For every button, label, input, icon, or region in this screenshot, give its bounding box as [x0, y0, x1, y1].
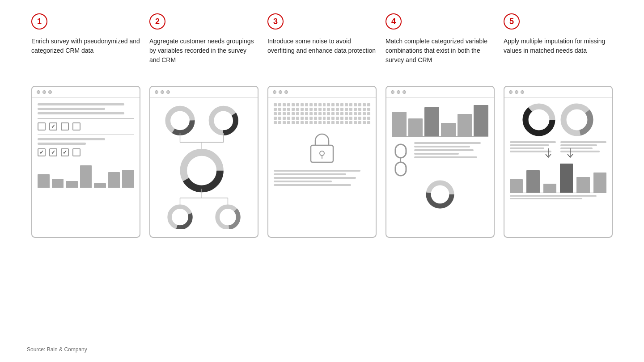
step-4-visual	[381, 81, 499, 238]
step-2-visual	[145, 81, 263, 238]
text-line	[274, 177, 356, 179]
noise-dot	[340, 117, 343, 120]
noise-dot	[345, 117, 348, 120]
noise-dot	[283, 103, 286, 106]
noise-dot	[292, 103, 295, 106]
noise-dot	[287, 117, 290, 120]
link-section	[392, 142, 488, 178]
checkbox-unchecked	[72, 122, 80, 130]
noise-dot	[287, 112, 290, 115]
noise-dot	[363, 112, 366, 115]
noise-dot	[274, 121, 277, 124]
browser-4-titlebar	[386, 87, 494, 98]
noise-dot	[345, 121, 348, 124]
text-line	[510, 198, 582, 199]
noise-dot	[305, 117, 308, 120]
noise-dot	[336, 117, 339, 120]
browser-5-content	[504, 98, 612, 235]
browser-1-content	[32, 98, 140, 235]
text-line	[510, 141, 556, 143]
noise-dot	[336, 108, 339, 111]
donut-hierarchy-svg	[156, 103, 252, 229]
noise-dot	[331, 121, 335, 124]
noise-dot	[331, 117, 335, 120]
lock-icon-container	[274, 131, 370, 163]
noise-dot	[283, 108, 286, 111]
noise-dot	[367, 112, 370, 115]
bar	[576, 177, 589, 193]
noise-dot	[283, 117, 286, 120]
noise-dot	[292, 117, 295, 120]
noise-dot	[278, 112, 281, 115]
browser-3-dot3	[284, 90, 288, 94]
arrow-down-1	[544, 148, 553, 160]
noise-dot	[292, 112, 295, 115]
donut-4	[426, 180, 455, 209]
noise-dot	[287, 108, 290, 111]
noise-dot	[349, 117, 352, 120]
noise-dot	[305, 112, 308, 115]
main-container: 1 Enrich survey with pseudonymized and c…	[0, 0, 644, 362]
noise-dot	[354, 103, 357, 106]
chain-link-icon	[392, 142, 410, 178]
noise-dot	[340, 121, 343, 124]
noise-dot	[354, 112, 357, 115]
noise-dot	[309, 121, 313, 124]
browser-3	[267, 86, 377, 238]
browser-2-dot2	[161, 90, 164, 94]
browser-2-dot3	[166, 90, 170, 94]
step-1: 1 Enrich survey with pseudonymized and c…	[27, 13, 145, 77]
noise-dot	[349, 112, 352, 115]
form-lines-1	[38, 103, 134, 114]
bar	[94, 183, 106, 188]
browser-2	[149, 86, 258, 238]
text-line	[560, 144, 597, 146]
checkbox-checked	[49, 122, 57, 130]
checkbox-checked	[49, 148, 57, 156]
noise-dot	[274, 103, 277, 106]
noise-dot	[363, 103, 366, 106]
browser-5-dot3	[521, 90, 524, 94]
noise-dot	[323, 103, 326, 106]
noise-dot	[358, 117, 361, 120]
svg-rect-18	[311, 145, 333, 162]
noise-dot	[345, 108, 348, 111]
browser-2-titlebar	[150, 87, 258, 98]
bar-chart-1	[38, 161, 134, 188]
noise-dot	[358, 112, 361, 115]
browser-1-dot1	[37, 90, 40, 94]
step-1-header: 1	[31, 13, 140, 29]
browser-4-dot2	[397, 90, 400, 94]
text-line	[560, 147, 593, 149]
checkbox-unchecked	[38, 122, 46, 130]
text-line	[414, 146, 470, 147]
noise-dot	[345, 103, 348, 106]
noise-dot	[367, 108, 370, 111]
noise-dot	[367, 121, 370, 124]
text-line	[274, 173, 346, 175]
noise-dot	[309, 103, 313, 106]
bar	[458, 114, 472, 136]
browser-5-titlebar	[504, 87, 612, 98]
donut-5b	[560, 103, 594, 137]
noise-dot	[336, 121, 339, 124]
step-3-header: 3	[267, 13, 377, 29]
form-line	[38, 103, 124, 105]
step-2-header: 2	[149, 13, 258, 29]
donut-5a	[522, 103, 556, 137]
text-line	[510, 147, 544, 149]
noise-dot	[314, 103, 317, 106]
bar	[441, 123, 456, 136]
noise-dot	[363, 108, 366, 111]
noise-dot	[296, 117, 299, 120]
bar	[424, 107, 439, 136]
step-5-number: 5	[504, 13, 520, 29]
noise-dot	[301, 121, 304, 124]
text-line	[414, 142, 481, 144]
form-line	[38, 108, 105, 110]
text-columns-5	[510, 141, 606, 154]
form-lines-2	[38, 138, 134, 145]
noise-dot	[274, 112, 277, 115]
step-3-number: 3	[267, 13, 284, 29]
noise-dot	[340, 108, 343, 111]
